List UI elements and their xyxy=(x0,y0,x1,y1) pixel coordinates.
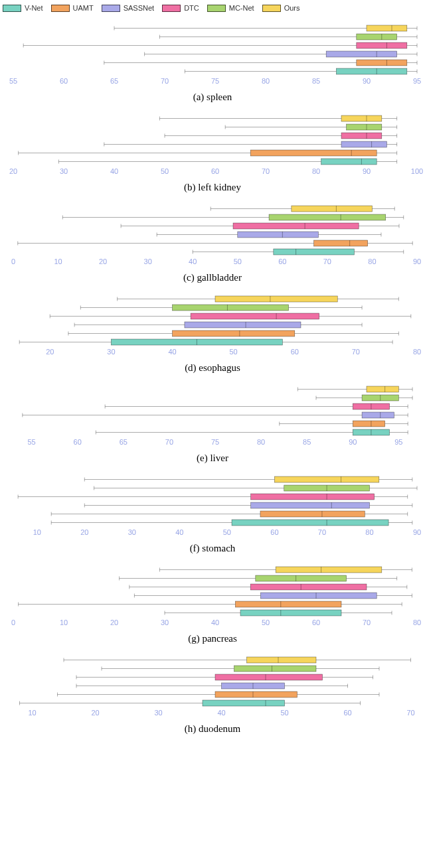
boxplot-svg: 2030405060708090100 xyxy=(0,110,425,183)
xtick-label: 50 xyxy=(280,709,288,717)
xtick-label: 85 xyxy=(303,438,311,446)
panels-container: 556065707580859095(a) spleen203040506070… xyxy=(0,20,425,738)
xtick-label: 70 xyxy=(262,167,270,175)
xtick-label: 75 xyxy=(211,438,219,446)
xtick-label: 55 xyxy=(9,77,17,85)
box-dtc xyxy=(341,133,382,139)
xtick-label: 20 xyxy=(46,348,54,356)
legend: V-NetUAMTSASSNetDTCMC-NetOurs xyxy=(0,0,425,16)
legend-swatch xyxy=(162,5,181,12)
panel-caption: (b) left kidney xyxy=(0,182,425,193)
xtick-label: 90 xyxy=(413,528,421,536)
legend-item-mc-net: MC-Net xyxy=(207,4,254,12)
box-mc-net xyxy=(357,34,397,40)
panel-left-kidney: 2030405060708090100(b) left kidney xyxy=(0,110,425,196)
xtick-label: 50 xyxy=(223,528,231,536)
xtick-label: 60 xyxy=(74,438,82,446)
panel-caption: (g) pancreas xyxy=(0,633,425,644)
box-v-net xyxy=(232,520,388,526)
box-mc-net xyxy=(234,666,317,672)
xtick-label: 80 xyxy=(262,77,270,85)
xtick-label: 90 xyxy=(413,257,421,265)
legend-label: V-Net xyxy=(25,4,43,12)
legend-item-dtc: DTC xyxy=(162,4,199,12)
legend-item-sassnet: SASSNet xyxy=(102,4,154,12)
legend-swatch xyxy=(207,5,226,12)
xtick-label: 30 xyxy=(161,618,169,626)
xtick-label: 30 xyxy=(60,167,68,175)
xtick-label: 70 xyxy=(363,618,371,626)
legend-label: Ours xyxy=(284,4,300,12)
box-v-net xyxy=(274,249,355,255)
xtick-label: 85 xyxy=(312,77,320,85)
box-v-net xyxy=(240,610,341,616)
xtick-label: 90 xyxy=(363,77,371,85)
box-uamt xyxy=(357,60,407,66)
box-v-net xyxy=(336,68,406,74)
panel-esophagus: 20304050607080(d) esophagus xyxy=(0,291,425,377)
box-ours xyxy=(276,567,382,573)
box-sassnet xyxy=(251,502,370,508)
xtick-label: 40 xyxy=(110,167,118,175)
boxplot-svg: 0102030405060708090 xyxy=(0,200,425,273)
legend-swatch xyxy=(3,5,21,12)
box-sassnet xyxy=(326,51,396,57)
box-uamt xyxy=(250,150,377,156)
panel-caption: (h) duodenum xyxy=(0,723,425,735)
box-v-net xyxy=(321,159,377,165)
box-dtc xyxy=(357,42,407,48)
legend-swatch xyxy=(102,5,120,12)
box-dtc xyxy=(251,494,375,500)
xtick-label: 60 xyxy=(312,618,320,626)
xtick-label: 20 xyxy=(91,709,99,717)
xtick-label: 30 xyxy=(128,528,136,536)
panel-caption: (a) spleen xyxy=(0,92,425,103)
box-sassnet xyxy=(362,412,394,418)
xtick-label: 80 xyxy=(413,348,421,356)
box-sassnet xyxy=(341,141,386,147)
box-uamt xyxy=(314,240,368,246)
box-ours xyxy=(215,296,337,302)
xtick-label: 60 xyxy=(270,528,278,536)
box-sassnet xyxy=(238,232,319,238)
xtick-label: 70 xyxy=(165,438,173,446)
xtick-label: 50 xyxy=(230,348,238,356)
xtick-label: 40 xyxy=(189,257,197,265)
legend-item-v-net: V-Net xyxy=(3,4,43,12)
xtick-label: 55 xyxy=(28,438,36,446)
xtick-label: 40 xyxy=(211,618,219,626)
xtick-label: 70 xyxy=(323,257,331,265)
box-mc-net xyxy=(256,575,347,581)
xtick-label: 30 xyxy=(154,709,162,717)
xtick-label: 70 xyxy=(318,528,326,536)
box-uamt xyxy=(173,330,295,336)
xtick-label: 10 xyxy=(54,257,62,265)
xtick-label: 60 xyxy=(60,77,68,85)
box-ours xyxy=(367,25,407,31)
box-mc-net xyxy=(173,305,289,311)
xtick-label: 20 xyxy=(99,257,107,265)
xtick-label: 50 xyxy=(262,618,270,626)
boxplot-svg: 556065707580859095 xyxy=(0,20,425,93)
xtick-label: 40 xyxy=(217,709,225,717)
xtick-label: 80 xyxy=(312,167,320,175)
box-mc-net xyxy=(347,124,382,130)
box-dtc xyxy=(233,223,359,229)
box-ours xyxy=(292,206,373,212)
boxplot-svg: 10203040506070 xyxy=(0,652,425,725)
panel-caption: (c) gallbladder xyxy=(0,272,425,283)
xtick-label: 90 xyxy=(349,438,357,446)
panel-caption: (e) liver xyxy=(0,453,425,464)
xtick-label: 60 xyxy=(278,257,286,265)
box-dtc xyxy=(215,674,323,680)
xtick-label: 10 xyxy=(60,618,68,626)
box-ours xyxy=(367,386,398,392)
xtick-label: 40 xyxy=(175,528,183,536)
xtick-label: 90 xyxy=(363,167,371,175)
xtick-label: 95 xyxy=(413,77,421,85)
box-ours xyxy=(274,476,379,482)
boxplot-svg: 20304050607080 xyxy=(0,291,425,364)
xtick-label: 65 xyxy=(110,77,118,85)
xtick-label: 0 xyxy=(11,257,15,265)
panel-duodenum: 10203040506070(h) duodenum xyxy=(0,652,425,738)
